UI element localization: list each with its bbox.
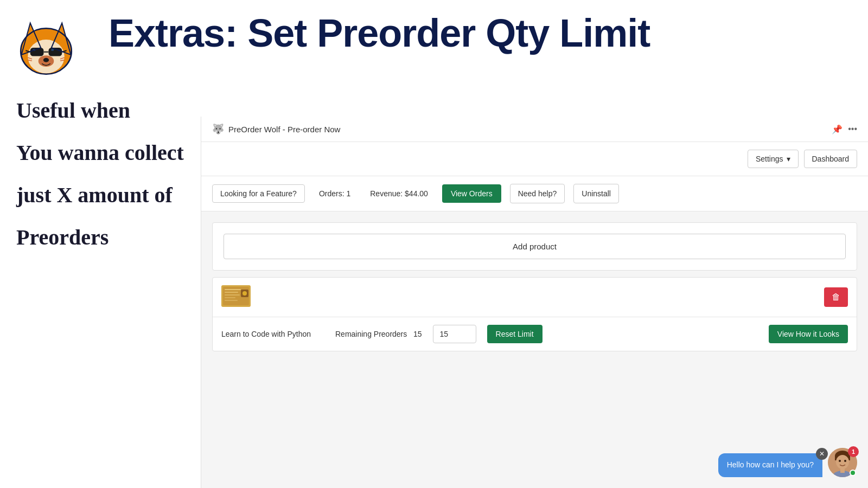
pin-icon[interactable]: 📌 xyxy=(832,124,843,134)
chat-notification-badge: 1 xyxy=(848,446,859,457)
uninstall-button[interactable]: Uninstall xyxy=(573,184,619,203)
view-orders-label: View Orders xyxy=(451,189,493,198)
svg-point-14 xyxy=(51,49,54,51)
chat-message: Hello how can I help you? xyxy=(727,460,814,469)
dashboard-label: Dashboard xyxy=(812,155,850,163)
svg-rect-26 xyxy=(225,294,240,296)
view-orders-button[interactable]: View Orders xyxy=(442,184,501,203)
chat-avatar-container[interactable]: 1 xyxy=(828,448,857,477)
svg-point-35 xyxy=(839,460,841,462)
svg-rect-25 xyxy=(225,292,238,293)
reset-limit-button[interactable]: Reset Limit xyxy=(487,325,542,343)
just-x-amount-text: just X amount of xyxy=(16,182,184,208)
left-panel: Useful when You wanna collect just X amo… xyxy=(0,0,201,488)
uninstall-label: Uninstall xyxy=(582,189,611,198)
svg-rect-27 xyxy=(225,297,235,298)
settings-label: Settings xyxy=(756,155,783,163)
app-panel: 🐺 PreOrder Wolf - Pre-order Now 📌 ••• Se… xyxy=(201,117,868,488)
orders-count: Orders: 1 xyxy=(314,186,356,201)
chevron-down-icon: ▾ xyxy=(787,155,790,163)
view-how-it-looks-button[interactable]: View How it Looks xyxy=(769,325,848,343)
add-product-button[interactable]: Add product xyxy=(224,234,846,259)
remaining-preorders-label: Remaining Preorders 15 xyxy=(335,330,422,338)
delete-product-button[interactable]: 🗑 xyxy=(824,287,848,307)
need-help-label: Need help? xyxy=(518,189,557,198)
add-product-label: Add product xyxy=(513,242,557,251)
svg-point-36 xyxy=(844,460,846,462)
reset-limit-label: Reset Limit xyxy=(496,330,534,338)
dashboard-button[interactable]: Dashboard xyxy=(804,150,858,168)
svg-point-7 xyxy=(43,58,49,62)
toolbar: Settings ▾ Dashboard xyxy=(201,142,868,176)
feature-request-label: Looking for a Feature? xyxy=(220,189,297,198)
product-image-row: 🗑 xyxy=(213,278,857,317)
online-status-dot xyxy=(850,470,856,476)
revenue-amount: Revenue: $44.00 xyxy=(365,186,433,201)
app-header-right: 📌 ••• xyxy=(832,124,857,134)
page-title: Extras: Set Preorder Qty Limit xyxy=(108,11,868,55)
chat-bubble[interactable]: ✕ Hello how can I help you? xyxy=(718,453,822,477)
logo-area xyxy=(11,5,81,76)
main-title-bar: Extras: Set Preorder Qty Limit xyxy=(108,11,868,55)
svg-point-30 xyxy=(242,291,247,296)
product-section: 🗑 Learn to Code with Python Remaining Pr… xyxy=(212,277,857,351)
qty-limit-input[interactable] xyxy=(433,325,476,343)
preorders-text: Preorders xyxy=(16,224,184,251)
product-name: Learn to Code with Python xyxy=(221,330,324,338)
useful-when-text: Useful when xyxy=(16,98,184,124)
svg-rect-28 xyxy=(225,300,238,301)
app-header: 🐺 PreOrder Wolf - Pre-order Now 📌 ••• xyxy=(201,117,868,142)
svg-point-34 xyxy=(836,455,849,469)
chat-close-button[interactable]: ✕ xyxy=(816,448,828,460)
view-how-it-looks-label: View How it Looks xyxy=(777,330,839,338)
delete-icon: 🗑 xyxy=(832,292,840,301)
app-header-left: 🐺 PreOrder Wolf - Pre-order Now xyxy=(212,123,340,135)
settings-button[interactable]: Settings ▾ xyxy=(748,150,799,168)
svg-rect-24 xyxy=(225,289,241,290)
you-wanna-collect-text: You wanna collect xyxy=(16,140,184,166)
need-help-button[interactable]: Need help? xyxy=(510,184,565,203)
add-product-section: Add product xyxy=(212,222,857,271)
product-details-row: Learn to Code with Python Remaining Preo… xyxy=(213,317,857,351)
fox-logo xyxy=(11,5,81,76)
app-wolf-icon: 🐺 xyxy=(212,123,224,135)
feature-request-button[interactable]: Looking for a Feature? xyxy=(212,184,305,203)
svg-rect-38 xyxy=(840,468,845,473)
left-text-block: Useful when You wanna collect just X amo… xyxy=(11,98,189,267)
app-header-title: PreOrder Wolf - Pre-order Now xyxy=(228,125,340,134)
stats-bar: Looking for a Feature? Orders: 1 Revenue… xyxy=(201,176,868,211)
product-thumbnail xyxy=(221,285,251,309)
more-options-icon[interactable]: ••• xyxy=(848,124,857,134)
remaining-count: 15 xyxy=(413,330,422,338)
chat-widget: ✕ Hello how can I help you? xyxy=(718,448,857,477)
main-content: Add product xyxy=(201,211,868,362)
